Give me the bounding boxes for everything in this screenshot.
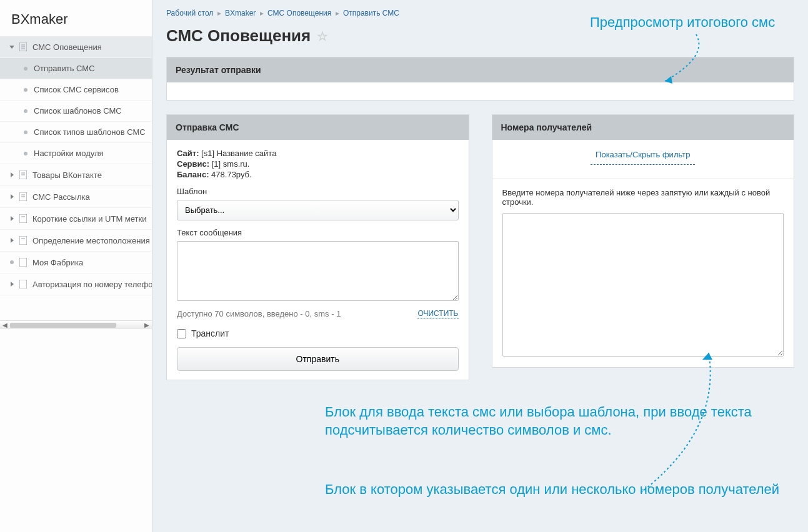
panel-header: Номера получателей	[492, 115, 794, 140]
page-title: СМС Оповещения ☆	[166, 26, 794, 46]
result-panel: Результат отправки	[166, 57, 794, 101]
main-content: Рабочий стол ▸ BXmaker ▸ СМС Оповещения …	[152, 0, 808, 532]
caret-down-icon	[9, 44, 15, 50]
send-sms-panel: Отправка СМС Сайт: [s1] Название сайта С…	[166, 114, 469, 380]
sidebar-item-label: Список СМС сервисов	[34, 85, 119, 94]
chevron-right-icon: ▸	[260, 9, 264, 17]
nav-tree: СМС Оповещения Отправить СМС Список СМС …	[0, 36, 152, 295]
breadcrumb-link[interactable]: Рабочий стол	[166, 9, 213, 17]
svg-rect-15	[19, 280, 27, 288]
template-select[interactable]: Выбрать...	[177, 200, 459, 220]
svg-rect-12	[19, 236, 27, 245]
sidebar-item-sms-template-types[interactable]: Список типов шаблонов СМС	[0, 122, 152, 143]
caret-right-icon	[9, 215, 15, 222]
svg-rect-10	[19, 214, 27, 223]
sidebar-item-sms-services[interactable]: Список СМС сервисов	[0, 79, 152, 101]
recipients-textarea[interactable]	[502, 213, 784, 357]
brand-title: BXmaker	[0, 0, 152, 36]
document-icon	[19, 235, 27, 245]
recipients-panel: Номера получателей Показать/Скрыть фильт…	[492, 114, 795, 368]
sidebar-item-sms-mailout[interactable]: СМС Рассылка	[0, 186, 152, 208]
document-icon	[19, 42, 27, 52]
sidebar-item-sms-templates[interactable]: Список шаблонов СМС	[0, 101, 152, 122]
char-counter: Доступно 70 символов, введено - 0, sms -…	[177, 309, 341, 318]
site-info: Сайт: [s1] Название сайта	[177, 149, 459, 158]
document-icon	[19, 214, 27, 224]
bullet-icon	[24, 109, 27, 113]
translit-label: Транслит	[191, 328, 229, 338]
sidebar-item-label: Авторизация по номеру телефона	[32, 280, 152, 289]
clear-link[interactable]: ОЧИСТИТЬ	[417, 309, 458, 318]
chevron-right-icon: ▸	[336, 9, 339, 17]
caret-right-icon	[9, 281, 15, 287]
bullet-icon	[24, 131, 27, 134]
result-body	[167, 82, 794, 100]
breadcrumb-link[interactable]: Отправить СМС	[343, 9, 399, 17]
bullet-icon	[24, 88, 27, 92]
sidebar-item-my-factory[interactable]: Моя Фабрика	[0, 252, 152, 273]
recipients-hint: Введите номера получателей ниже через за…	[502, 188, 784, 207]
service-info: Сервис: [1] sms.ru.	[177, 159, 459, 169]
bullet-icon	[9, 259, 15, 265]
message-label: Текст сообщения	[177, 228, 459, 237]
send-button[interactable]: Отправить	[177, 347, 459, 371]
translit-checkbox[interactable]	[177, 329, 186, 338]
breadcrumb-link[interactable]: СМС Оповещения	[267, 9, 331, 17]
bullet-icon	[24, 152, 27, 155]
sidebar-item-label: Моя Фабрика	[32, 258, 83, 267]
message-textarea[interactable]	[177, 241, 459, 301]
breadcrumb: Рабочий стол ▸ BXmaker ▸ СМС Оповещения …	[166, 6, 794, 26]
sidebar-item-label: Отправить СМС	[34, 64, 95, 73]
translit-checkbox-row[interactable]: Транслит	[177, 328, 459, 338]
svg-rect-14	[19, 258, 27, 267]
sidebar-item-send-sms[interactable]: Отправить СМС	[0, 58, 152, 79]
template-label: Шаблон	[177, 187, 459, 196]
sidebar-item-geolocation[interactable]: Определение местоположения	[0, 230, 152, 252]
sidebar-item-label: Определение местоположения	[32, 236, 150, 245]
sidebar-item-label: Короткие ссылки и UTM метки	[32, 214, 147, 224]
sidebar-item-phone-auth[interactable]: Авторизация по номеру телефона	[0, 273, 152, 295]
sidebar-item-sms-notifications[interactable]: СМС Оповещения	[0, 36, 152, 58]
caret-right-icon	[9, 194, 15, 200]
sidebar-item-label: СМС Оповещения	[32, 42, 102, 52]
sidebar-item-short-links[interactable]: Короткие ссылки и UTM метки	[0, 208, 152, 230]
toggle-filter-link[interactable]: Показать/Скрыть фильтр	[591, 145, 695, 165]
panel-header: Отправка СМС	[167, 115, 469, 140]
sidebar-item-module-settings[interactable]: Настройки модуля	[0, 143, 152, 164]
bullet-icon	[24, 67, 27, 71]
page-title-text: СМС Оповещения	[166, 26, 311, 46]
balance-info: Баланс: 478.73руб.	[177, 170, 459, 179]
annotation-text-block: Блок для ввода текста смс или выбора шаб…	[325, 403, 800, 439]
caret-right-icon	[9, 172, 15, 178]
document-icon	[19, 192, 27, 202]
breadcrumb-link[interactable]: BXmaker	[225, 9, 256, 17]
document-icon	[19, 170, 27, 180]
sidebar-item-label: СМС Рассылка	[32, 192, 90, 202]
arrow-annotation-icon	[152, 318, 165, 458]
document-icon	[19, 279, 27, 289]
annotation-numbers-block: Блок в котором указывается один или неск…	[325, 481, 779, 499]
caret-right-icon	[9, 237, 15, 244]
horizontal-scrollbar[interactable]: ◀ ▶	[0, 320, 152, 329]
panel-header: Результат отправки	[167, 57, 794, 82]
favorite-star-icon[interactable]: ☆	[317, 29, 328, 44]
sidebar-item-label: Настройки модуля	[34, 149, 104, 158]
sidebar: BXmaker СМС Оповещения Отправить СМС Спи…	[0, 0, 152, 532]
document-icon	[19, 257, 27, 267]
sidebar-item-label: Список шаблонов СМС	[34, 106, 122, 116]
sidebar-item-vk-goods[interactable]: Товары ВКонтакте	[0, 164, 152, 186]
chevron-right-icon: ▸	[217, 9, 221, 17]
sidebar-item-label: Товары ВКонтакте	[32, 170, 102, 180]
sidebar-item-label: Список типов шаблонов СМС	[34, 127, 146, 137]
